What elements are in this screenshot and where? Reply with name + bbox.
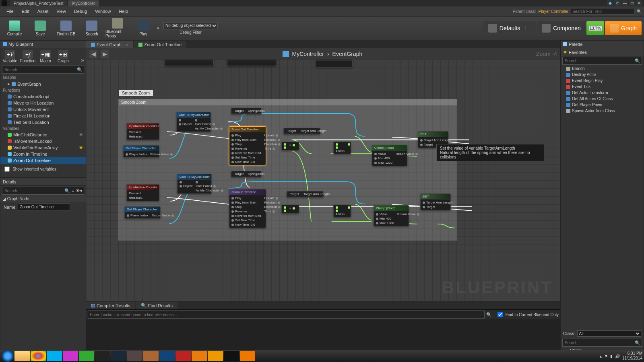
taskbar-xn[interactable]	[63, 351, 78, 361]
node-cast-1[interactable]: Cast To MyCharacter ObjectCast FailedAs …	[176, 112, 211, 132]
search-icon[interactable]: 🔍	[64, 188, 70, 193]
tl-zoomout[interactable]: Zoom Out Timeline	[0, 157, 86, 164]
tray-flag-icon[interactable]: ⚑	[604, 354, 608, 358]
var-minclick[interactable]: MinClickDistance👁	[0, 132, 86, 138]
node-target-arm-2[interactable]: Target Target Arm Length	[287, 191, 324, 197]
close-icon[interactable]: ✕	[636, 0, 642, 6]
fav-allactors[interactable]: Get All Actors Of Class	[561, 96, 644, 102]
fn-move-hit[interactable]: Move to Hit Location	[0, 100, 86, 106]
taskbar-utorrent[interactable]	[79, 351, 94, 361]
menu-edit[interactable]: Edit	[18, 8, 33, 14]
taskbar-ue[interactable]	[159, 351, 175, 361]
project-tab[interactable]: ProjectAlpha_PrototypeTest	[10, 0, 67, 6]
find-input[interactable]	[88, 311, 485, 319]
node-clamp-2[interactable]: Clamp (Float) ValueMin 400Max 1300Return…	[374, 205, 409, 226]
node-cast-2[interactable]: Cast To MyCharacter ObjectCast FailedAs …	[177, 174, 212, 194]
taskbar-blender[interactable]	[192, 351, 207, 361]
tray-sound-icon[interactable]: 🔊	[615, 354, 620, 358]
notify-icon[interactable]: ◆	[607, 0, 613, 6]
fav-spawn[interactable]: Spawn Actor from Class	[561, 108, 644, 114]
menu-window[interactable]: Window	[91, 8, 115, 14]
fn-test-grid[interactable]: Test Grid Location	[0, 119, 86, 125]
save-button[interactable]: Save	[28, 18, 52, 38]
taskbar-app2[interactable]	[175, 351, 191, 361]
breadcrumb-root[interactable]: MyController	[292, 51, 324, 57]
var-gridspace[interactable]: VisibleGridSpaceArray👁	[0, 144, 86, 151]
ghost-node[interactable]	[316, 60, 353, 68]
node-clamp-1[interactable]: Clamp (Float) ValueMin 400Max 1300Return…	[372, 145, 407, 166]
tray-arrow-icon[interactable]: ▴	[600, 354, 602, 358]
fn-construction[interactable]: ConstructionScript	[0, 93, 86, 100]
node-target-spring-2[interactable]: Target SpringArm1	[231, 171, 262, 177]
taskbar-app3[interactable]	[208, 351, 223, 361]
more-button[interactable]: »	[81, 57, 84, 63]
search-button[interactable]: Search	[80, 18, 104, 38]
node-inputaction-zoomout[interactable]: InputAction ZoomOut PressedReleased	[126, 123, 159, 140]
tab-find-results[interactable]: 🔍Find Results	[136, 302, 178, 309]
taskbar-skype[interactable]	[47, 351, 62, 361]
fav-destroy[interactable]: Destroy Actor	[561, 72, 644, 78]
fav-transform[interactable]: Get Actor Transform	[561, 90, 644, 96]
taskbar-gimp[interactable]	[127, 351, 142, 361]
taskbar-udk[interactable]	[95, 351, 110, 361]
node-getplayer-char-1[interactable]: Get Player Character Player IndexReturn …	[123, 145, 159, 158]
node-zoomout-timeline[interactable]: Zoom Out Timeline Play Play from Start S…	[229, 126, 266, 165]
fav-beginplay[interactable]: Event Begin Play	[561, 78, 644, 84]
fn-unlock[interactable]: Unlock Movement	[0, 106, 86, 113]
node-getplayer-char-2[interactable]: Get Player Character Player IndexReturn …	[124, 206, 161, 219]
menu-asset[interactable]: Asset	[33, 8, 53, 14]
taskbar-steam[interactable]	[111, 351, 126, 361]
blueprint-props-button[interactable]: Blueprint Props	[105, 18, 130, 38]
fav-playerpawn[interactable]: Get Player Pawn	[561, 102, 644, 108]
node-mul-2[interactable]: ×	[281, 205, 299, 214]
details-search-input[interactable]	[4, 187, 64, 194]
parent-class-link[interactable]: Player Controller	[539, 9, 568, 14]
taskbar-ue2[interactable]	[224, 351, 239, 361]
sync-icon[interactable]: ⟳	[614, 0, 621, 6]
view-options-icon[interactable]: ≡	[72, 188, 74, 193]
compile-button[interactable]: Compile	[2, 18, 27, 38]
library-search-input[interactable]	[564, 339, 635, 346]
controller-tab[interactable]: MyController	[68, 0, 99, 6]
tab-eventgraph[interactable]: Event Graph×	[86, 41, 133, 48]
tab-compiler-results[interactable]: ▧Compiler Results	[86, 302, 135, 309]
find-search-icon[interactable]: 🔍	[486, 312, 492, 317]
find-in-cb-button[interactable]: Find in CB	[54, 18, 78, 38]
node-target-spring-1[interactable]: Target SpringArm1	[231, 108, 262, 114]
menu-file[interactable]: File	[2, 8, 18, 14]
defaults-mode-button[interactable]: Defaults〉	[483, 21, 536, 35]
class-select[interactable]: All	[577, 330, 641, 337]
add-graph-button[interactable]: +⊞Graph	[55, 50, 71, 63]
nav-fwd-button[interactable]: ▶	[101, 50, 109, 58]
node-inputaction-zoomin[interactable]: InputAction ZoomIn PressedReleased	[126, 184, 159, 201]
menu-view[interactable]: View	[52, 8, 70, 14]
add-function-button[interactable]: +𝑓Function	[20, 50, 36, 63]
components-mode-button[interactable]: Componen	[537, 21, 586, 35]
minimize-icon[interactable]: —	[621, 0, 628, 6]
fn-fire-hit[interactable]: Fire at Hit Location	[0, 113, 86, 119]
debug-object-select[interactable]: No debug object selected	[163, 22, 218, 29]
add-macro-button[interactable]: +▦Macro	[37, 50, 54, 63]
tray-clock[interactable]: 6:31 PM11/19/2014	[622, 351, 642, 361]
taskbar-explorer[interactable]	[14, 351, 30, 361]
menu-help[interactable]: Help	[115, 8, 132, 14]
eventgraph-item[interactable]: ▸EventGraph	[0, 80, 86, 87]
start-button[interactable]	[2, 350, 14, 362]
find-current-bp-checkbox[interactable]	[497, 312, 503, 317]
taskbar-chrome[interactable]	[31, 351, 46, 361]
favorites-section[interactable]: ★Favorites	[561, 48, 644, 56]
play-button[interactable]: Play	[131, 18, 155, 38]
fav-tick[interactable]: Event Tick	[561, 84, 644, 90]
tab-zoomout-tl[interactable]: Zoom Out Timeline	[134, 41, 186, 48]
node-add-2[interactable]: Addpin	[333, 205, 351, 217]
maximize-icon[interactable]: ▭	[629, 0, 635, 6]
search-help-icon[interactable]: 🔍	[637, 9, 642, 14]
node-zoomin-timeline[interactable]: Zoom In Timeline Play Play from Start St…	[229, 189, 266, 228]
node-target-arm-1[interactable]: Target Target Arm Length	[283, 128, 320, 134]
fav-branch[interactable]: Branch	[561, 66, 644, 72]
node-add-1[interactable]: Addpin	[333, 142, 351, 154]
ghost-node[interactable]	[165, 60, 214, 66]
search-icon[interactable]: 🔍	[77, 67, 83, 72]
tray-net-icon[interactable]: ▮	[610, 354, 613, 358]
search-help-input[interactable]	[571, 8, 634, 14]
